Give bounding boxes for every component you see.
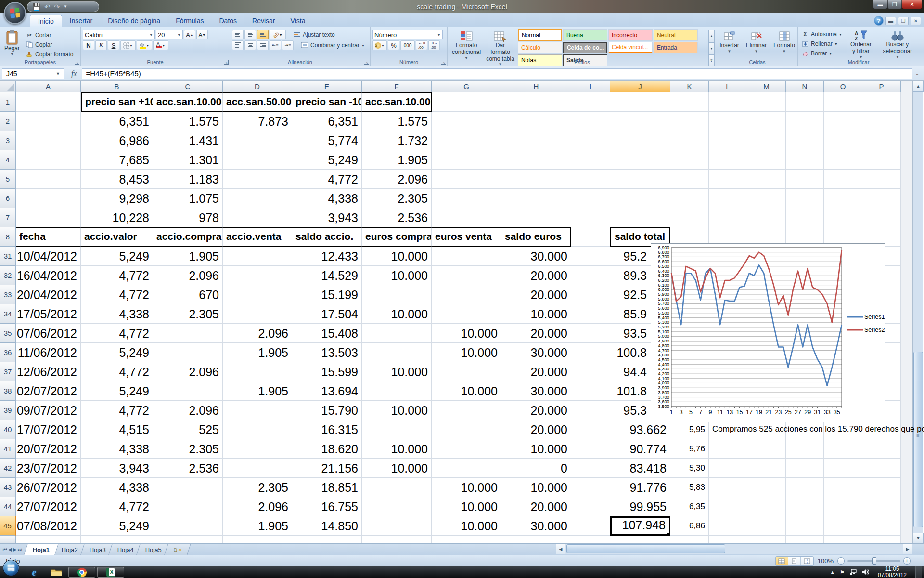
select-all-corner[interactable] [0,81,16,92]
zoom-level[interactable]: 100% [818,557,834,565]
zoom-slider-handle[interactable] [872,557,876,565]
cell-E37[interactable]: 15.599 [292,362,362,381]
cell-C2[interactable]: 1.575 [153,112,223,131]
paste-button[interactable]: Pegar▼ [2,29,22,59]
cell-B7[interactable]: 10,228 [81,208,153,227]
cell-P4[interactable] [862,150,901,170]
cell-I42[interactable] [571,459,610,478]
cell-A34[interactable]: 17/05/2012 [16,304,81,324]
autosum-button[interactable]: ΣAutosuma▼ [800,30,844,39]
decrease-decimal-button[interactable]: .0→.00 [428,40,440,50]
cell-C35[interactable] [153,324,223,343]
cell-B2[interactable]: 6,351 [81,112,153,131]
restore-button[interactable]: ❐ [887,0,902,9]
decrease-indent-button[interactable]: ⇤≡ [270,40,281,50]
close-button[interactable]: ✕ [902,0,922,9]
page-break-view-button[interactable] [801,557,813,565]
cell-A35[interactable]: 07/06/2012 [16,324,81,343]
cell-N43[interactable] [786,478,824,497]
cell-N2[interactable] [786,112,824,131]
row-header-37[interactable]: 37 [0,362,16,381]
shrink-font-button[interactable]: A▼ [196,30,208,39]
cell-F3[interactable]: 1.732 [362,131,432,150]
row-header-38[interactable]: 38 [0,381,16,401]
cell-L45[interactable] [709,516,747,536]
cell-N45[interactable] [786,516,824,536]
cell-A2[interactable] [16,112,81,131]
cell-G33[interactable] [432,285,501,304]
cell-C8[interactable]: accio.compra [153,227,223,247]
cell-M2[interactable] [747,112,786,131]
cell-C7[interactable]: 978 [153,208,223,227]
align-middle-button[interactable] [244,30,256,39]
clipboard-dialog-launcher[interactable] [75,60,79,65]
format-cells-button[interactable]: Formato▼ [771,29,797,54]
cell-D41[interactable] [223,439,292,459]
column-header-C[interactable]: C [153,81,223,92]
cell-H7[interactable] [501,208,571,227]
cell-C34[interactable]: 2.305 [153,304,223,324]
cell-B1[interactable]: precio san +10% [81,92,153,112]
cell-M43[interactable] [747,478,786,497]
ribbon-tab-datos[interactable]: Datos [212,15,245,27]
next-sheet-icon[interactable]: ▶ [13,547,17,552]
cell-E1[interactable]: precio san -10% [292,92,362,112]
cell-A44[interactable]: 27/07/2012 [16,497,81,516]
cell-E43[interactable]: 18.851 [292,478,362,497]
increase-indent-button[interactable]: ⇥≡ [282,40,294,50]
column-header-F[interactable]: F [362,81,432,92]
cell-B5[interactable]: 8,453 [81,170,153,189]
column-header-D[interactable]: D [223,81,292,92]
cell-C5[interactable]: 1.183 [153,170,223,189]
cell-H36[interactable]: 30.000 [501,343,571,362]
font-size-combo[interactable]: 20▼ [156,30,183,39]
formula-input[interactable]: =H45+(E45*B45) [82,68,912,79]
cell-H40[interactable]: 20.000 [501,420,571,439]
row-header-3[interactable]: 3 [0,131,16,150]
cell-L2[interactable] [709,112,747,131]
start-button[interactable] [3,560,19,576]
workbook-restore-button[interactable]: ❐ [898,17,909,25]
cell-K44[interactable]: 6,35 [670,497,709,516]
cell-I8[interactable] [571,227,610,247]
cell-G44[interactable]: 10.000 [432,497,501,516]
cell-F43[interactable] [362,478,432,497]
cell-I41[interactable] [571,439,610,459]
cell-D43[interactable]: 2.305 [223,478,292,497]
cell-C40[interactable]: 525 [153,420,223,439]
cell-O41[interactable] [824,439,862,459]
tray-expand-icon[interactable]: ▲ [830,569,835,575]
cell-C3[interactable]: 1.431 [153,131,223,150]
action-center-flag-icon[interactable]: ⚑ [840,569,845,576]
cell-C41[interactable]: 2.305 [153,439,223,459]
cell-I39[interactable] [571,401,610,420]
cell-J42[interactable]: 83.418 [610,459,670,478]
cell-O4[interactable] [824,150,862,170]
column-header-I[interactable]: I [571,81,610,92]
clock[interactable]: 11:05 07/08/2012 [874,566,911,578]
cell-E5[interactable]: 4,772 [292,170,362,189]
cell-I44[interactable] [571,497,610,516]
cell-H43[interactable]: 10.000 [501,478,571,497]
cell-B39[interactable]: 4,772 [81,401,153,420]
cell-P44[interactable] [862,497,901,516]
cell-style-celdacomp[interactable]: Celda de co... [563,42,607,53]
cell-C1[interactable]: acc.san.10.000 [153,92,223,112]
cell-D32[interactable] [223,266,292,285]
underline-button[interactable]: S [108,40,119,50]
scroll-right-icon[interactable]: ▶ [903,544,912,554]
cell-F45[interactable] [362,516,432,536]
cell-L1[interactable] [709,92,747,112]
cell-N1[interactable] [786,92,824,112]
cell-A43[interactable]: 26/07/2012 [16,478,81,497]
cell-G6[interactable] [432,189,501,208]
cell-E39[interactable]: 15.790 [292,401,362,420]
cell-E3[interactable]: 5,774 [292,131,362,150]
cell-P41[interactable] [862,439,901,459]
cell-K41[interactable]: 5,76 [670,439,709,459]
cell-B41[interactable]: 4,338 [81,439,153,459]
sort-filter-button[interactable]: AZ Ordenar y filtrar▼ [844,29,878,60]
cell-A7[interactable] [16,208,81,227]
row-header-7[interactable]: 7 [0,208,16,227]
cell-N3[interactable] [786,131,824,150]
